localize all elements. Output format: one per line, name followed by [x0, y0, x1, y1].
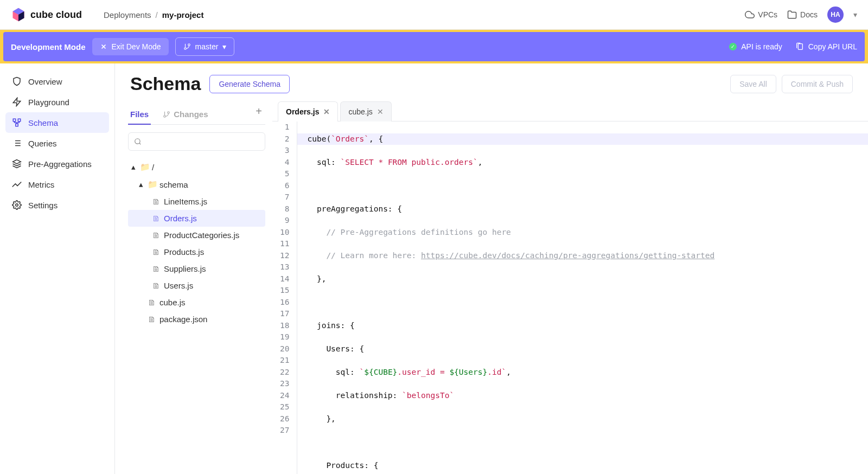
tree-file-suppliers[interactable]: 🗎 Suppliers.js — [128, 260, 265, 277]
close-icon[interactable]: ✕ — [323, 107, 330, 116]
sidebar-item-playground[interactable]: Playground — [5, 92, 109, 112]
sidebar-item-overview[interactable]: Overview — [5, 71, 109, 92]
commit-push-button[interactable]: Commit & Push — [782, 75, 853, 93]
files-tabs: Files Changes + — [128, 100, 265, 125]
avatar[interactable]: HA — [827, 7, 844, 23]
brand-logo[interactable]: cube cloud — [11, 7, 82, 22]
file-icon: 🗎 — [152, 230, 161, 240]
git-branch-icon — [183, 43, 191, 50]
add-file-button[interactable]: + — [252, 105, 265, 123]
git-branch-icon — [163, 111, 170, 118]
caret-down-icon: ▴ — [138, 180, 144, 189]
dev-bar: Development Mode Exit Dev Mode master ▾ … — [3, 32, 865, 61]
top-header: cube cloud Deployments / my-project VPCs… — [0, 0, 868, 30]
chevron-down-icon[interactable]: ▾ — [853, 10, 857, 19]
svg-rect-5 — [798, 44, 802, 50]
svg-point-4 — [184, 48, 186, 50]
folder-icon: 📁 — [148, 180, 156, 189]
files-panel: Files Changes + ▴ 📁 / — [115, 100, 272, 474]
file-icon: 🗎 — [152, 197, 161, 206]
svg-marker-6 — [13, 98, 21, 106]
file-icon: 🗎 — [152, 281, 161, 290]
layers-icon — [12, 159, 22, 169]
editor-tabs: Orders.js ✕ cube.js ✕ — [272, 101, 868, 121]
svg-rect-8 — [18, 119, 21, 121]
dev-mode-label: Development Mode — [11, 42, 86, 52]
code-content[interactable]: cube(`Orders`, { sql: `SELECT * FROM pub… — [297, 121, 868, 474]
list-icon — [12, 138, 22, 148]
sidebar-item-schema[interactable]: Schema — [5, 112, 109, 133]
sidebar-item-preagg[interactable]: Pre-Aggregations — [5, 153, 109, 174]
copy-api-url-button[interactable]: Copy API URL — [795, 42, 857, 51]
exit-dev-button[interactable]: Exit Dev Mode — [92, 38, 169, 55]
tree-file-package[interactable]: 🗎 package.json — [128, 311, 265, 328]
file-icon: 🗎 — [148, 298, 156, 307]
content-header: Schema Generate Schema Save All Commit &… — [115, 63, 868, 100]
svg-rect-9 — [16, 124, 18, 126]
tree-file-lineitems[interactable]: 🗎 LineItems.js — [128, 193, 265, 210]
brand-text: cube cloud — [30, 9, 82, 21]
file-search-input[interactable] — [142, 137, 259, 146]
svg-rect-7 — [13, 119, 16, 121]
file-icon: 🗎 — [152, 247, 161, 257]
page-title: Schema — [130, 73, 201, 94]
tree-file-cubejs[interactable]: 🗎 cube.js — [128, 294, 265, 311]
tree-root[interactable]: ▴ 📁 / — [128, 158, 265, 176]
vpcs-link[interactable]: VPCs — [745, 10, 777, 20]
tree-file-products[interactable]: 🗎 Products.js — [128, 244, 265, 260]
chevron-down-icon: ▾ — [222, 42, 226, 51]
editor-area: Orders.js ✕ cube.js ✕ 123456789101112131… — [272, 100, 868, 474]
tab-changes[interactable]: Changes — [161, 104, 210, 124]
folder-icon: 📁 — [140, 162, 149, 172]
docs-link[interactable]: Docs — [787, 10, 818, 20]
caret-down-icon: ▴ — [130, 162, 137, 172]
cloud-icon — [745, 10, 755, 20]
schema-icon — [12, 118, 22, 127]
tree-file-productcategories[interactable]: 🗎 ProductCategories.js — [128, 227, 265, 244]
svg-point-20 — [164, 115, 166, 117]
file-icon: 🗎 — [152, 264, 161, 273]
gear-icon — [12, 200, 22, 210]
tree-file-orders[interactable]: 🗎 Orders.js — [128, 210, 265, 227]
svg-point-19 — [168, 111, 170, 113]
sidebar-item-metrics[interactable]: Metrics — [5, 174, 109, 195]
breadcrumb-root[interactable]: Deployments — [104, 10, 151, 20]
editor-tab-cube[interactable]: cube.js ✕ — [340, 101, 391, 121]
shield-icon — [12, 76, 22, 86]
content: Schema Generate Schema Save All Commit &… — [115, 63, 868, 474]
svg-point-17 — [16, 204, 18, 207]
save-all-button[interactable]: Save All — [730, 75, 776, 93]
svg-marker-16 — [13, 160, 21, 164]
sidebar-nav: Overview Playground Schema Queries Pre-A… — [0, 63, 115, 474]
dev-bar-wrap: Development Mode Exit Dev Mode master ▾ … — [0, 30, 868, 63]
branch-selector[interactable]: master ▾ — [175, 37, 235, 56]
sidebar-item-settings[interactable]: Settings — [5, 195, 109, 215]
status-dot-icon — [729, 43, 737, 50]
code-editor[interactable]: 1234567891011121314151617181920212223242… — [272, 121, 868, 474]
chart-icon — [12, 180, 22, 189]
file-tree: ▴ 📁 / ▴ 📁 schema 🗎 LineItems.js 🗎 — [128, 158, 265, 328]
svg-point-3 — [188, 44, 190, 46]
api-status: API is ready — [729, 42, 782, 51]
tree-file-users[interactable]: 🗎 Users.js — [128, 277, 265, 294]
search-icon — [134, 138, 142, 145]
file-icon: 🗎 — [148, 315, 156, 324]
cube-logo-icon — [11, 7, 26, 22]
breadcrumb: Deployments / my-project — [104, 10, 203, 20]
editor-tab-orders[interactable]: Orders.js ✕ — [278, 101, 338, 121]
file-search[interactable] — [128, 132, 265, 151]
generate-schema-button[interactable]: Generate Schema — [209, 75, 290, 93]
svg-point-21 — [135, 139, 140, 144]
tab-files[interactable]: Files — [128, 104, 151, 124]
file-icon: 🗎 — [152, 214, 161, 223]
zap-icon — [12, 97, 22, 107]
clipboard-icon — [795, 42, 804, 51]
breadcrumb-current: my-project — [162, 10, 204, 20]
svg-line-22 — [139, 143, 141, 145]
close-icon[interactable]: ✕ — [377, 107, 384, 116]
gutter: 1234567891011121314151617181920212223242… — [272, 121, 297, 474]
folder-icon — [787, 10, 797, 20]
tree-folder-schema[interactable]: ▴ 📁 schema — [128, 176, 265, 193]
sidebar-item-queries[interactable]: Queries — [5, 133, 109, 153]
close-icon — [100, 43, 107, 50]
